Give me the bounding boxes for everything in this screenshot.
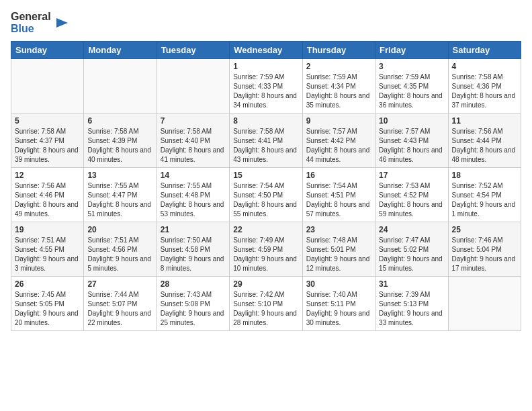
day-info: Sunrise: 7:58 AMSunset: 4:36 PMDaylight:…: [452, 73, 517, 110]
day-cell: 21Sunrise: 7:50 AMSunset: 4:58 PMDayligh…: [157, 222, 229, 277]
day-cell: 17Sunrise: 7:53 AMSunset: 4:52 PMDayligh…: [375, 168, 448, 222]
logo: General Blue: [11, 11, 68, 34]
day-cell: 29Sunrise: 7:42 AMSunset: 5:10 PMDayligh…: [230, 277, 302, 331]
day-info: Sunrise: 7:44 AMSunset: 5:07 PMDaylight:…: [87, 290, 152, 328]
day-number: 21: [161, 225, 226, 234]
day-number: 9: [306, 116, 371, 126]
day-info: Sunrise: 7:54 AMSunset: 4:51 PMDaylight:…: [306, 181, 371, 219]
day-number: 6: [87, 116, 152, 126]
day-info: Sunrise: 7:43 AMSunset: 5:08 PMDaylight:…: [161, 290, 226, 328]
week-row-1: 1Sunrise: 7:59 AMSunset: 4:33 PMDaylight…: [11, 59, 521, 113]
day-cell: 20Sunrise: 7:51 AMSunset: 4:56 PMDayligh…: [84, 222, 157, 277]
day-cell: 2Sunrise: 7:59 AMSunset: 4:34 PMDaylight…: [302, 59, 375, 113]
logo-general-text: General: [11, 11, 51, 23]
weekday-header-monday: Monday: [84, 42, 157, 59]
svg-marker-0: [56, 18, 68, 28]
weekday-header-wednesday: Wednesday: [230, 42, 302, 59]
day-number: 18: [452, 171, 517, 180]
week-row-4: 19Sunrise: 7:51 AMSunset: 4:55 PMDayligh…: [11, 222, 521, 277]
day-cell: 13Sunrise: 7:55 AMSunset: 4:47 PMDayligh…: [84, 168, 157, 222]
day-cell: 24Sunrise: 7:47 AMSunset: 5:02 PMDayligh…: [375, 222, 448, 277]
day-number: 22: [233, 225, 298, 234]
day-info: Sunrise: 7:40 AMSunset: 5:11 PMDaylight:…: [306, 290, 371, 328]
day-info: Sunrise: 7:58 AMSunset: 4:40 PMDaylight:…: [161, 127, 226, 165]
day-info: Sunrise: 7:47 AMSunset: 5:02 PMDaylight:…: [379, 236, 444, 273]
day-cell: 30Sunrise: 7:40 AMSunset: 5:11 PMDayligh…: [302, 277, 375, 331]
day-number: 26: [15, 279, 80, 289]
day-number: 24: [379, 225, 444, 234]
day-info: Sunrise: 7:56 AMSunset: 4:44 PMDaylight:…: [452, 127, 517, 165]
day-info: Sunrise: 7:42 AMSunset: 5:10 PMDaylight:…: [233, 290, 298, 328]
week-row-2: 5Sunrise: 7:58 AMSunset: 4:37 PMDaylight…: [11, 113, 521, 168]
day-number: 16: [306, 171, 371, 180]
day-cell: 4Sunrise: 7:58 AMSunset: 4:36 PMDaylight…: [448, 59, 521, 113]
page: General Blue SundayMondayTuesdayWednesda…: [0, 0, 532, 338]
calendar-table: SundayMondayTuesdayWednesdayThursdayFrid…: [11, 41, 521, 331]
day-cell: 8Sunrise: 7:58 AMSunset: 4:41 PMDaylight…: [230, 113, 302, 168]
day-number: 2: [306, 62, 371, 71]
day-cell: 7Sunrise: 7:58 AMSunset: 4:40 PMDaylight…: [157, 113, 229, 168]
day-number: 23: [306, 225, 371, 234]
weekday-header-thursday: Thursday: [302, 42, 375, 59]
day-info: Sunrise: 7:49 AMSunset: 4:59 PMDaylight:…: [233, 236, 298, 273]
day-cell: 18Sunrise: 7:52 AMSunset: 4:54 PMDayligh…: [448, 168, 521, 222]
header: General Blue: [11, 11, 521, 34]
day-cell: 1Sunrise: 7:59 AMSunset: 4:33 PMDaylight…: [230, 59, 302, 113]
day-cell: [11, 59, 84, 113]
day-number: 19: [15, 225, 80, 234]
day-number: 12: [15, 171, 80, 180]
day-number: 1: [233, 62, 298, 71]
day-info: Sunrise: 7:53 AMSunset: 4:52 PMDaylight:…: [379, 181, 444, 219]
logo-triangle-icon: [53, 15, 68, 30]
day-info: Sunrise: 7:52 AMSunset: 4:54 PMDaylight:…: [452, 181, 517, 219]
day-cell: 11Sunrise: 7:56 AMSunset: 4:44 PMDayligh…: [448, 113, 521, 168]
day-info: Sunrise: 7:57 AMSunset: 4:43 PMDaylight:…: [379, 127, 444, 165]
day-number: 3: [379, 62, 444, 71]
day-info: Sunrise: 7:58 AMSunset: 4:37 PMDaylight:…: [15, 127, 80, 165]
day-info: Sunrise: 7:50 AMSunset: 4:58 PMDaylight:…: [161, 236, 226, 273]
day-info: Sunrise: 7:51 AMSunset: 4:56 PMDaylight:…: [87, 236, 152, 273]
day-info: Sunrise: 7:39 AMSunset: 5:13 PMDaylight:…: [379, 290, 444, 328]
day-info: Sunrise: 7:46 AMSunset: 5:04 PMDaylight:…: [452, 236, 517, 273]
day-info: Sunrise: 7:55 AMSunset: 4:47 PMDaylight:…: [87, 181, 152, 219]
day-cell: 28Sunrise: 7:43 AMSunset: 5:08 PMDayligh…: [157, 277, 229, 331]
day-cell: 19Sunrise: 7:51 AMSunset: 4:55 PMDayligh…: [11, 222, 84, 277]
day-cell: 22Sunrise: 7:49 AMSunset: 4:59 PMDayligh…: [230, 222, 302, 277]
day-number: 14: [161, 171, 226, 180]
day-number: 27: [87, 279, 152, 289]
day-number: 30: [306, 279, 371, 289]
day-cell: 5Sunrise: 7:58 AMSunset: 4:37 PMDaylight…: [11, 113, 84, 168]
day-number: 31: [379, 279, 444, 289]
day-number: 15: [233, 171, 298, 180]
weekday-header-friday: Friday: [375, 42, 448, 59]
day-number: 4: [452, 62, 517, 71]
day-info: Sunrise: 7:59 AMSunset: 4:34 PMDaylight:…: [306, 73, 371, 110]
day-cell: 25Sunrise: 7:46 AMSunset: 5:04 PMDayligh…: [448, 222, 521, 277]
weekday-header-saturday: Saturday: [448, 42, 521, 59]
day-cell: 26Sunrise: 7:45 AMSunset: 5:05 PMDayligh…: [11, 277, 84, 331]
day-cell: 10Sunrise: 7:57 AMSunset: 4:43 PMDayligh…: [375, 113, 448, 168]
day-number: 29: [233, 279, 298, 289]
day-info: Sunrise: 7:58 AMSunset: 4:39 PMDaylight:…: [87, 127, 152, 165]
day-info: Sunrise: 7:59 AMSunset: 4:35 PMDaylight:…: [379, 73, 444, 110]
day-cell: 9Sunrise: 7:57 AMSunset: 4:42 PMDaylight…: [302, 113, 375, 168]
day-info: Sunrise: 7:56 AMSunset: 4:46 PMDaylight:…: [15, 181, 80, 219]
logo-area: General Blue: [11, 11, 68, 34]
day-info: Sunrise: 7:55 AMSunset: 4:48 PMDaylight:…: [161, 181, 226, 219]
day-cell: [84, 59, 157, 113]
day-cell: 16Sunrise: 7:54 AMSunset: 4:51 PMDayligh…: [302, 168, 375, 222]
day-info: Sunrise: 7:48 AMSunset: 5:01 PMDaylight:…: [306, 236, 371, 273]
day-number: 5: [15, 116, 80, 126]
day-info: Sunrise: 7:59 AMSunset: 4:33 PMDaylight:…: [233, 73, 298, 110]
day-cell: 12Sunrise: 7:56 AMSunset: 4:46 PMDayligh…: [11, 168, 84, 222]
week-row-3: 12Sunrise: 7:56 AMSunset: 4:46 PMDayligh…: [11, 168, 521, 222]
day-cell: [157, 59, 229, 113]
day-number: 13: [87, 171, 152, 180]
weekday-header-sunday: Sunday: [11, 42, 84, 59]
day-cell: 23Sunrise: 7:48 AMSunset: 5:01 PMDayligh…: [302, 222, 375, 277]
logo-blue-text: Blue: [11, 23, 51, 35]
day-cell: [448, 277, 521, 331]
day-number: 8: [233, 116, 298, 126]
day-number: 17: [379, 171, 444, 180]
day-cell: 31Sunrise: 7:39 AMSunset: 5:13 PMDayligh…: [375, 277, 448, 331]
